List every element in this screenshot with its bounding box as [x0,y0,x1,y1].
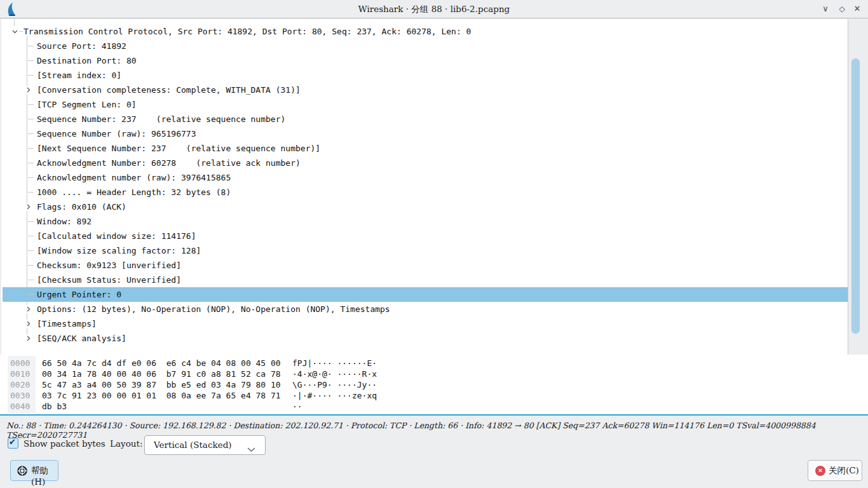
chevron-right-icon[interactable] [24,305,32,313]
tree-item-label: Sequence Number: 237 (relative sequence … [37,114,285,124]
hex-offset: 0010 [10,369,30,379]
hex-row[interactable]: 0000 66 50 4a 7c d4 df e0 06 e6 c4 be 04… [0,358,868,369]
hex-ascii[interactable]: fPJ|···· ······E· [292,358,377,368]
packet-detail-dialog: Wireshark · 分组 88 · lib6-2.pcapng ∨ ◇ ✕ … [0,0,868,488]
tree-item-label: [Timestamps] [37,319,97,329]
tree-branch-line [19,31,23,32]
layout-select[interactable]: Vertical (Stacked) [144,435,266,455]
tree-row[interactable]: Sequence Number (raw): 965196773 [3,126,848,141]
vertical-scrollbar[interactable] [848,19,868,355]
chevron-right-icon[interactable] [24,86,32,94]
chevron-right-icon[interactable] [24,334,32,342]
chevron-down-icon[interactable] [11,27,19,36]
title-bar: Wireshark · 分组 88 · lib6-2.pcapng ∨ ◇ ✕ [0,0,868,18]
scrollbar-thumb[interactable] [851,58,860,334]
layout-selected-value: Vertical (Stacked) [154,440,232,450]
tree-item-label: [SEQ/ACK analysis] [37,334,126,343]
tree-item-label: 1000 .... = Header Length: 32 bytes (8) [37,187,231,197]
chevron-down-icon [247,443,256,455]
close-window-icon[interactable]: ✕ [851,3,863,15]
tree-branch-line [28,236,34,236]
tree-row-tcp-root[interactable]: Transmission Control Protocol, Src Port:… [3,24,848,39]
footer-controls: ✔ Show packet bytes Layout: Vertical (St… [0,435,868,457]
tree-item-label: Sequence Number (raw): 965196773 [37,129,196,139]
close-button-label: 关闭(C) [829,465,859,477]
tree-row[interactable]: Checksum: 0x9123 [unverified] [3,258,848,273]
tree-item-label: [TCP Segment Len: 0] [37,100,137,109]
dialog-buttons: 帮助(H) ✕ 关闭(C) [0,460,868,482]
packet-bytes-pane[interactable]: 0000 66 50 4a 7c d4 df e0 06 e6 c4 be 04… [0,355,868,414]
tree-row[interactable]: [Timestamps] [3,316,848,331]
help-button-label: 帮助(H) [31,465,58,487]
tree-branch-line [28,250,34,251]
tree-row[interactable]: Flags: 0x010 (ACK) [3,200,848,214]
tree-branch-line [28,133,34,134]
hex-ascii[interactable]: ·4·x@·@· ·····R·x [292,369,377,379]
hex-bytes[interactable]: 66 50 4a 7c d4 df e0 06 e6 c4 be 04 08 0… [42,358,281,368]
tree-branch-line [28,177,34,178]
tree-row-selected[interactable]: Urgent Pointer: 0 [3,287,848,302]
tree-row[interactable]: [Stream index: 0] [3,68,848,83]
tree-branch-line [28,46,34,46]
hex-bytes[interactable]: db b3 [42,402,67,411]
hex-ascii[interactable]: ·· [292,402,302,411]
maximize-icon[interactable]: ◇ [836,3,848,15]
hex-offset: 0040 [10,402,30,411]
tree-item-label: Urgent Pointer: 0 [37,290,121,299]
tree-branch-line [28,265,34,266]
close-button[interactable]: ✕ 关闭(C) [808,460,862,481]
tree-row[interactable]: [Next Sequence Number: 237 (relative seq… [3,141,848,156]
tree-row[interactable]: [Checksum Status: Unverified] [3,273,848,287]
hex-row[interactable]: 0020 5c 47 a3 a4 00 50 39 87 bb e5 ed 03… [0,380,868,391]
hex-ascii[interactable]: ·|·#···· ···ze·xq [292,391,377,400]
dialog-footer: No.: 88 · Time: 0.244264130 · Source: 19… [0,416,868,488]
tree-branch-line [28,192,34,193]
tree-row[interactable]: 1000 .... = Header Length: 32 bytes (8) [3,185,848,200]
hex-row[interactable]: 0030 03 7c 91 23 00 00 01 01 08 0a ee 7a… [0,391,868,402]
tree-item-label: Destination Port: 80 [37,56,137,65]
tree-branch-line [28,104,34,105]
show-packet-bytes-label[interactable]: Show packet bytes [24,438,105,449]
tree-branch-line [28,60,34,61]
hex-ascii[interactable]: \G···P9· ····Jy·· [292,380,377,390]
hex-bytes[interactable]: 00 34 1a 78 40 00 40 06 b7 91 c0 a8 81 5… [42,369,281,379]
tree-row[interactable]: [SEQ/ACK analysis] [3,331,848,346]
tree-branch-line [28,280,34,280]
tree-row[interactable]: [Conversation completeness: Complete, WI… [3,83,848,97]
tree-item-label: Source Port: 41892 [37,41,126,51]
tree-row[interactable]: Acknowledgment Number: 60278 (relative a… [3,156,848,170]
tree-row[interactable]: [TCP Segment Len: 0] [3,97,848,112]
packet-detail-tree: Transmission Control Protocol, Src Port:… [0,19,868,355]
hex-offset: 0020 [10,380,30,390]
tree-row[interactable]: Source Port: 41892 [3,39,848,53]
tree-item-label: [Conversation completeness: Complete, WI… [37,85,301,95]
chevron-right-icon[interactable] [24,320,32,328]
close-red-icon: ✕ [815,466,825,476]
show-packet-bytes-checkbox[interactable]: ✔ [8,438,18,449]
hex-bytes[interactable]: 5c 47 a3 a4 00 50 39 87 bb e5 ed 03 4a 7… [42,380,281,390]
tree-item-label: Checksum: 0x9123 [unverified] [37,261,181,270]
tree-row[interactable]: Destination Port: 80 [3,53,848,68]
chevron-right-icon[interactable] [24,203,32,211]
tree-branch-line [28,148,34,149]
hex-row[interactable]: 0010 00 34 1a 78 40 00 40 06 b7 91 c0 a8… [0,369,868,380]
tree-row[interactable]: [Calculated window size: 114176] [3,229,848,243]
checkmark-icon: ✔ [9,437,16,447]
tree-row[interactable]: [Window size scaling factor: 128] [3,243,848,258]
tree-item-label: [Next Sequence Number: 237 (relative seq… [37,144,320,153]
tree-row[interactable]: Options: (12 bytes), No-Operation (NOP),… [3,302,848,316]
minimize-icon[interactable]: ∨ [820,3,831,15]
tree-item-label: Options: (12 bytes), No-Operation (NOP),… [37,304,390,314]
tree-branch-line [28,294,34,295]
hex-bytes[interactable]: 03 7c 91 23 00 00 01 01 08 0a ee 7a 65 e… [42,391,281,400]
hex-row[interactable]: 0040 db b3 ·· [0,402,868,412]
tree-item-label: Window: 892 [37,217,92,226]
tree-item-label: [Checksum Status: Unverified] [37,275,181,285]
tree-item-label: Acknowledgment Number: 60278 (relative a… [37,158,301,168]
tree-row[interactable]: Sequence Number: 237 (relative sequence … [3,112,848,126]
tree-branch-line [28,163,34,163]
tree-row[interactable]: Acknowledgment number (raw): 3976415865 [3,170,848,185]
tree-branch-line [28,119,34,119]
help-button[interactable]: 帮助(H) [10,460,58,481]
tree-row[interactable]: Window: 892 [3,214,848,229]
